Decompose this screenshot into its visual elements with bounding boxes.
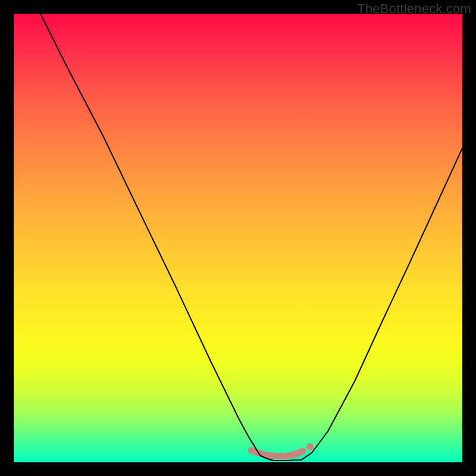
frame-border: TheBottleneck.com <box>0 0 476 476</box>
watermark-text: TheBottleneck.com <box>357 1 471 17</box>
plot-area <box>14 14 462 462</box>
line-right-ascending <box>301 148 462 460</box>
valley-end-dot <box>306 443 314 450</box>
floor-accent-group <box>251 443 314 456</box>
chart-svg <box>14 14 462 462</box>
line-left-descending <box>40 14 301 461</box>
